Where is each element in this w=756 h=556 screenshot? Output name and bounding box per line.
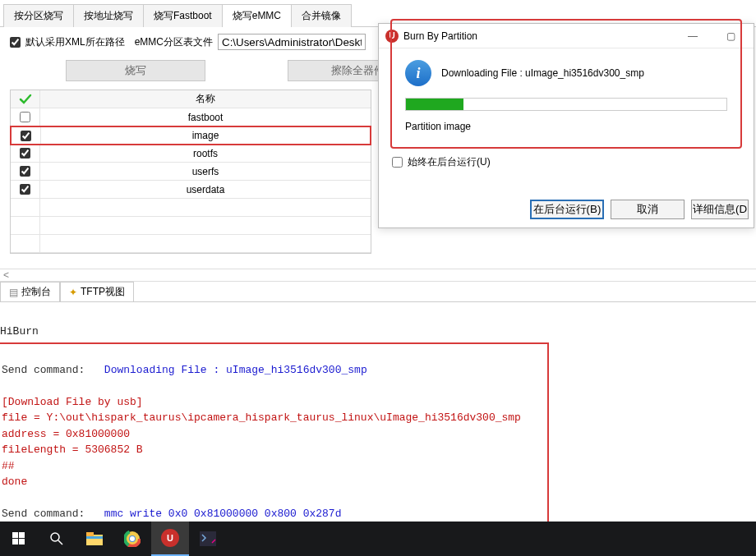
row-checkbox[interactable]: [21, 131, 31, 141]
header-check-icon: [11, 90, 40, 108]
tab-tftp[interactable]: ✦ TFTP视图: [60, 282, 134, 301]
progress-bar: [405, 98, 727, 111]
use-xml-path-checkbox[interactable]: [10, 37, 21, 48]
svg-rect-3: [19, 539, 25, 545]
tab-burn-fastboot[interactable]: 烧写Fastboot: [143, 4, 223, 27]
tab-burn-by-address[interactable]: 按地址烧写: [73, 4, 144, 27]
console-line: HiBurn: [0, 325, 39, 338]
svg-rect-7: [86, 532, 94, 536]
tab-burn-emmc[interactable]: 烧写eMMC: [222, 4, 292, 27]
info-icon: i: [405, 60, 431, 86]
table-row[interactable]: image: [10, 126, 371, 145]
horizontal-scrollbar[interactable]: <: [0, 269, 756, 282]
dialog-info-box: i Downloading File : uImage_hi3516dv300_…: [390, 19, 742, 149]
table-header-row: 名称: [11, 90, 371, 108]
always-background-checkbox[interactable]: [392, 157, 403, 168]
svg-rect-0: [12, 532, 18, 538]
svg-rect-8: [86, 536, 103, 539]
chrome-icon[interactable]: [113, 522, 151, 556]
console-line: ##: [2, 460, 15, 472]
terminal-app-icon[interactable]: [189, 522, 227, 556]
tab-tftp-label: TFTP视图: [81, 285, 125, 299]
windows-taskbar: U: [0, 522, 756, 556]
partition-table: 名称 fastboot image rootfs userfs userdata: [10, 90, 371, 254]
start-button[interactable]: [0, 522, 38, 556]
tftp-icon: ✦: [69, 287, 77, 298]
header-name: 名称: [40, 92, 371, 106]
svg-rect-2: [12, 539, 18, 545]
row-name: userfs: [40, 166, 371, 177]
row-checkbox[interactable]: [20, 112, 30, 122]
row-checkbox[interactable]: [20, 166, 30, 177]
console-line: [Download File by usb]: [2, 396, 143, 408]
download-message: Downloading File : uImage_hi3516dv300_sm…: [441, 67, 644, 79]
progress-stage: Partition image: [405, 121, 727, 132]
table-row: [11, 199, 371, 217]
tab-merge-image[interactable]: 合并镜像: [291, 4, 352, 27]
always-background-label: 始终在后台运行(U): [408, 155, 491, 169]
file-explorer-icon[interactable]: [76, 522, 113, 556]
table-row[interactable]: fastboot: [11, 108, 371, 126]
table-row[interactable]: userdata: [11, 181, 371, 199]
table-row: [11, 235, 371, 253]
cancel-button[interactable]: 取消: [611, 200, 685, 219]
console-highlight-box: Send command: Downloading File : uImage_…: [0, 342, 549, 526]
svg-rect-1: [19, 532, 25, 538]
console-line: done: [2, 476, 27, 488]
burn-progress-dialog: U Burn By Partition — ▢ i Downloading Fi…: [378, 23, 754, 228]
row-name: fastboot: [40, 112, 371, 123]
details-button[interactable]: 详细信息(D: [691, 200, 749, 219]
tab-burn-by-partition[interactable]: 按分区烧写: [3, 4, 74, 27]
row-checkbox[interactable]: [20, 148, 30, 159]
output-tabs: ▤ 控制台 ✦ TFTP视图: [0, 282, 756, 302]
svg-point-13: [130, 536, 135, 541]
emmc-file-path-input[interactable]: [218, 34, 366, 50]
tab-console-label: 控制台: [21, 285, 51, 299]
svg-line-5: [58, 540, 62, 545]
svg-rect-14: [200, 531, 216, 546]
row-name: userdata: [40, 184, 371, 195]
table-row[interactable]: userfs: [11, 163, 371, 181]
table-row[interactable]: rootfs: [11, 145, 371, 163]
console-line: file = Y:\out\hispark_taurus\ipcamera_hi…: [2, 411, 521, 424]
search-button[interactable]: [38, 522, 76, 556]
hiburn-app-icon[interactable]: U: [151, 522, 189, 556]
burn-button[interactable]: 烧写: [66, 60, 205, 81]
console-output: HiBurn Send command: Downloading File : …: [0, 302, 756, 543]
emmc-file-label: eMMC分区表文件: [135, 35, 213, 49]
row-name: image: [41, 130, 370, 141]
console-line: Send command:: [2, 508, 104, 520]
run-in-background-button[interactable]: 在后台运行(B): [530, 200, 604, 219]
console-icon: ▤: [9, 287, 18, 298]
console-line: Downloading File : uImage_hi3516dv300_sm…: [104, 364, 367, 376]
console-line: Send command:: [2, 364, 104, 376]
table-row: [11, 217, 371, 235]
console-line: mmc write 0x0 0x81000000 0x800 0x287d: [104, 508, 342, 520]
row-name: rootfs: [40, 148, 371, 159]
row-checkbox[interactable]: [20, 184, 30, 195]
tab-console[interactable]: ▤ 控制台: [0, 282, 60, 301]
svg-point-4: [51, 533, 59, 541]
console-line: address = 0x81000000: [2, 428, 130, 440]
use-xml-path-label: 默认采用XML所在路径: [25, 35, 125, 49]
console-line: fileLength = 5306852 B: [2, 443, 143, 456]
